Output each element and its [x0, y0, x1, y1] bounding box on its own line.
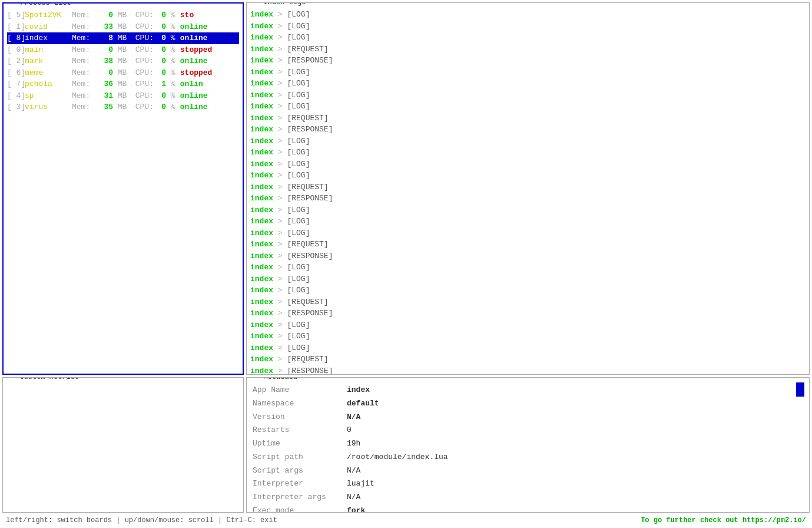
process-row[interactable]: [ 2] mark Mem: 38 MB CPU: 0 % online	[7, 55, 239, 67]
log-name: index	[250, 148, 273, 157]
log-line: index > [RESPONSE]	[250, 250, 806, 262]
log-name: index	[250, 183, 273, 192]
log-line: index > [LOG]	[250, 342, 806, 354]
log-line: index > [REQUEST]	[250, 239, 806, 250]
log-line: index > [LOG]	[250, 170, 806, 182]
log-arrow: >	[273, 252, 287, 260]
meta-value: 0	[347, 424, 352, 437]
log-name: index	[250, 309, 273, 318]
process-row[interactable]: [ 5] Spoti2VK Mem: 0 MB CPU: 0 % sto	[7, 9, 239, 21]
log-name: index	[250, 10, 273, 19]
proc-id: [ 0]	[7, 44, 25, 56]
proc-pct: %	[166, 67, 175, 79]
log-type: [REQUEST]	[287, 183, 328, 192]
log-name: index	[250, 137, 273, 146]
log-arrow: >	[273, 321, 287, 329]
proc-mem-unit: MB	[113, 67, 131, 79]
log-name: index	[250, 298, 273, 306]
log-arrow: >	[273, 68, 287, 77]
process-list-content[interactable]: [ 5] Spoti2VK Mem: 0 MB CPU: 0 % sto [ 1…	[4, 4, 243, 374]
meta-label: Script args	[253, 464, 347, 478]
proc-mem-val: 8	[95, 32, 113, 44]
log-line: index > [RESPONSE]	[250, 124, 806, 136]
log-line: index > [LOG]	[250, 78, 806, 90]
proc-status: online	[175, 21, 208, 33]
proc-cpu-val: 0	[154, 67, 166, 79]
log-arrow: >	[273, 194, 287, 203]
log-name: index	[250, 22, 273, 31]
metadata-row: Script args N/A	[253, 464, 803, 478]
log-arrow: >	[273, 240, 287, 249]
proc-id: [ 8]	[7, 32, 25, 44]
meta-label: App Name	[253, 384, 347, 397]
log-name: index	[250, 79, 273, 88]
log-type: [LOG]	[287, 275, 310, 283]
custom-metrics-title: — Custom Metrics —	[9, 377, 90, 381]
log-line: index > [REQUEST]	[250, 44, 806, 55]
log-name: index	[250, 332, 273, 341]
proc-pct: %	[166, 101, 175, 113]
log-line: index > [LOG]	[250, 136, 806, 147]
proc-cpu-label: CPU:	[131, 101, 154, 113]
metadata-row: Interpreter luajit	[253, 477, 803, 491]
log-arrow: >	[273, 91, 287, 100]
proc-mem-label: Mem:	[72, 9, 95, 21]
log-line: index > [RESPONSE]	[250, 365, 806, 375]
proc-cpu-label: CPU:	[131, 44, 154, 56]
proc-mem-label: Mem:	[72, 90, 95, 102]
log-line: index > [LOG]	[250, 262, 806, 273]
process-row[interactable]: [ 4] sp Mem: 31 MB CPU: 0 % online	[7, 90, 239, 102]
metadata-panel: — Metadata — App Name index Namespace de…	[246, 377, 810, 513]
log-line: index > [LOG]	[250, 147, 806, 159]
top-row: — Process List — [ 5] Spoti2VK Mem: 0 MB…	[2, 2, 810, 375]
log-line: index > [LOG]	[250, 32, 806, 44]
meta-label: Script path	[253, 451, 347, 464]
log-type: [LOG]	[287, 148, 310, 157]
log-arrow: >	[273, 344, 287, 352]
log-type: [RESPONSE]	[287, 309, 333, 318]
proc-cpu-val: 0	[154, 9, 166, 21]
log-name: index	[250, 102, 273, 111]
process-row[interactable]: [ 1] covid Mem: 33 MB CPU: 0 % online	[7, 21, 239, 33]
log-line: index > [LOG]	[250, 159, 806, 170]
process-row[interactable]: [ 0] main Mem: 0 MB CPU: 0 % stopped	[7, 44, 239, 56]
process-list-title: — Process List —	[9, 2, 82, 7]
log-name: index	[250, 275, 273, 283]
meta-label: Exec mode	[253, 504, 347, 513]
proc-mem-val: 38	[95, 55, 113, 67]
process-row[interactable]: [ 7] pchola Mem: 36 MB CPU: 1 % onlin	[7, 78, 239, 90]
process-row[interactable]: [ 8] index Mem: 8 MB CPU: 0 % online	[7, 32, 239, 44]
log-name: index	[250, 367, 273, 375]
process-row[interactable]: [ 6] meme Mem: 0 MB CPU: 0 % stopped	[7, 67, 239, 79]
log-arrow: >	[273, 148, 287, 157]
proc-mem-label: Mem:	[72, 32, 95, 44]
proc-mem-val: 31	[95, 90, 113, 102]
proc-name: virus	[25, 101, 72, 113]
log-type: [LOG]	[287, 160, 310, 169]
log-type: [RESPONSE]	[287, 56, 333, 65]
log-arrow: >	[273, 22, 287, 31]
log-type: [REQUEST]	[287, 114, 328, 123]
log-arrow: >	[273, 45, 287, 54]
log-type: [REQUEST]	[287, 355, 328, 364]
proc-mem-val: 36	[95, 78, 113, 90]
log-type: [LOG]	[287, 217, 310, 226]
log-line: index > [LOG]	[250, 101, 806, 113]
proc-status: online	[175, 90, 208, 102]
proc-cpu-label: CPU:	[131, 9, 154, 21]
log-name: index	[250, 217, 273, 226]
log-line: index > [LOG]	[250, 9, 806, 21]
process-list-panel: — Process List — [ 5] Spoti2VK Mem: 0 MB…	[2, 2, 244, 375]
log-arrow: >	[273, 102, 287, 111]
meta-value: N/A	[347, 464, 360, 478]
meta-value: N/A	[347, 491, 360, 504]
meta-value: N/A	[347, 411, 360, 424]
proc-mem-label: Mem:	[72, 55, 95, 67]
log-name: index	[250, 125, 273, 134]
index-logs-content[interactable]: index > [LOG]index > [LOG]index > [LOG]i…	[247, 3, 809, 374]
log-type: [LOG]	[287, 344, 310, 352]
log-name: index	[250, 286, 273, 295]
log-line: index > [LOG]	[250, 21, 806, 32]
process-row[interactable]: [ 3] virus Mem: 35 MB CPU: 0 % online	[7, 101, 239, 113]
log-name: index	[250, 252, 273, 260]
